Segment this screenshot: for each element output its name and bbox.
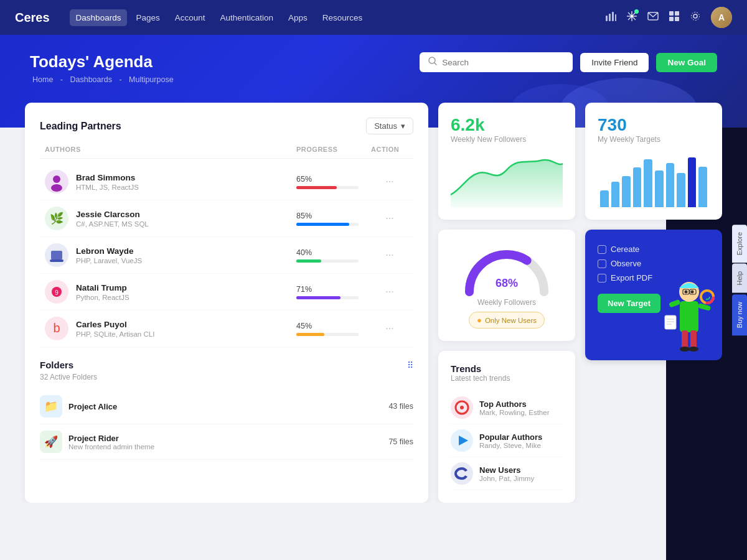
progress-cell: 65% (296, 175, 371, 189)
promo-check-icon (598, 245, 606, 254)
avatar[interactable]: A (711, 7, 732, 28)
side-tab-buy[interactable]: Buy now (732, 294, 747, 335)
partner-skills: HTML, JS, ReactJS (76, 184, 139, 191)
trend-icon (451, 429, 473, 452)
svg-rect-2 (612, 12, 614, 21)
svg-rect-25 (50, 259, 63, 262)
settings-icon[interactable] (690, 11, 701, 24)
folders-dots-icon[interactable]: ⠿ (407, 360, 413, 370)
folder-files: 75 files (388, 437, 413, 446)
followers-card: 6.2k Weekly New Followers (438, 103, 575, 220)
svg-rect-24 (51, 251, 62, 259)
chevron-down-icon: ▾ (401, 121, 405, 131)
svg-rect-3 (615, 14, 616, 21)
targets-card: 730 My Weekly Targets (585, 103, 722, 220)
action-dots[interactable]: ··· (371, 323, 408, 334)
partner-skills: Python, ReactJS (76, 294, 129, 301)
svg-point-46 (680, 347, 690, 352)
folder-files: 43 files (388, 402, 413, 411)
folder-desc: New frontend admin theme (68, 443, 154, 450)
table-row: 9 Natali Trump Python, ReactJS 71% ··· (40, 274, 413, 310)
svg-rect-1 (609, 14, 611, 21)
progress-cell: 71% (296, 285, 371, 299)
svg-text:b: b (53, 321, 60, 335)
side-tab-explore[interactable]: Explore (732, 225, 747, 263)
targets-label: My Weekly Targets (598, 135, 710, 144)
folder-info: 📁 Project Alice (40, 395, 117, 418)
progress-percent: 45% (296, 322, 371, 330)
trend-name: New Users (479, 465, 534, 475)
search-input[interactable] (442, 58, 564, 67)
partners-list: Brad Simmons HTML, JS, ReactJS 65% ··· 🌿… (40, 164, 413, 347)
nav-item-account[interactable]: Account (169, 9, 212, 26)
svg-point-52 (705, 294, 710, 299)
folders-title: Folders (40, 360, 73, 370)
trend-sub: Mark, Rowling, Esther (479, 409, 549, 416)
new-goal-button[interactable]: New Goal (656, 53, 717, 72)
progress-percent: 71% (296, 285, 371, 294)
action-dots[interactable]: ··· (371, 176, 408, 187)
invite-friend-button[interactable]: Invite Friend (580, 53, 649, 72)
progress-bar-bg (296, 333, 359, 336)
folder-info: 🚀 Project Rider New frontend admin theme (40, 431, 154, 453)
search-icon (428, 57, 437, 68)
trend-name: Top Authors (479, 399, 549, 409)
nav-item-pages[interactable]: Pages (129, 9, 166, 26)
action-dots[interactable]: ··· (371, 250, 408, 261)
action-dots[interactable]: ··· (371, 286, 408, 297)
nav-item-apps[interactable]: Apps (282, 9, 314, 26)
partner-details: Lebron Wayde PHP, Laravel, VueJS (76, 246, 142, 264)
leading-partners-header: Leading Partners Status ▾ (40, 118, 413, 134)
search-box (420, 52, 573, 72)
bar-item (611, 182, 620, 207)
partner-name: Natali Trump (76, 283, 129, 292)
folders-subtitle: 32 Active Folders (40, 373, 413, 381)
asterisk-icon[interactable] (626, 11, 637, 24)
grid-icon[interactable] (669, 11, 680, 24)
nav-item-resources[interactable]: Resources (316, 9, 369, 26)
message-icon[interactable] (647, 11, 659, 24)
partner-info: b Carles Puyol PHP, SQLite, Artisan CLI (45, 317, 296, 340)
list-item: Popular Authors Randy, Steve, Mike (451, 424, 563, 457)
side-tab-help[interactable]: Help (732, 264, 747, 293)
table-row: b Carles Puyol PHP, SQLite, Artisan CLI … (40, 310, 413, 347)
partner-details: Brad Simmons HTML, JS, ReactJS (76, 173, 139, 191)
promo-item-label: Observe (611, 259, 641, 268)
leading-partners-title: Leading Partners (40, 121, 121, 132)
progress-percent: 85% (296, 212, 371, 220)
trend-icon (451, 462, 473, 485)
trend-sub: John, Pat, Jimmy (479, 475, 534, 482)
new-target-button[interactable]: New Target (598, 294, 660, 313)
targets-bar-chart (598, 151, 710, 207)
trend-icon (451, 396, 473, 419)
partner-skills: C#, ASP.NET, MS SQL (76, 220, 149, 228)
list-item: New Users John, Pat, Jimmy (451, 457, 563, 490)
nav-item-dashboards[interactable]: Dashboards (70, 9, 128, 26)
promo-character (661, 261, 717, 360)
promo-card: CereateObserveExport PDF New Target (585, 230, 722, 360)
progress-bar-fill (296, 223, 349, 226)
bar-item (644, 159, 652, 207)
chart-icon[interactable] (605, 11, 616, 24)
progress-cell: 40% (296, 248, 371, 263)
notification-dot (634, 9, 639, 14)
progress-bar-fill (296, 259, 321, 263)
progress-bar-bg (296, 223, 359, 226)
col-action: ACTION (371, 146, 408, 153)
action-dots[interactable]: ··· (371, 213, 408, 224)
svg-point-15 (692, 12, 700, 21)
partner-details: Carles Puyol PHP, SQLite, Artisan CLI (76, 320, 154, 338)
nav-item-authentication[interactable]: Authentication (214, 9, 280, 26)
progress-cell: 85% (296, 212, 371, 226)
partner-info: Brad Simmons HTML, JS, ReactJS (45, 170, 296, 194)
breadcrumb-home[interactable]: Home (32, 75, 53, 84)
progress-percent: 65% (296, 175, 371, 184)
table-row: 🌿 Jessie Clarcson C#, ASP.NET, MS SQL 85… (40, 200, 413, 237)
bar-item (666, 163, 675, 207)
breadcrumb-dashboards[interactable]: Dashboards (70, 75, 111, 84)
status-dropdown[interactable]: Status ▾ (366, 118, 413, 134)
svg-rect-11 (675, 11, 679, 16)
list-item: 🚀 Project Rider New frontend admin theme… (40, 424, 413, 460)
navbar: Ceres DashboardsPagesAccountAuthenticati… (0, 0, 747, 35)
trends-subtitle: Latest tech trends (451, 374, 563, 383)
